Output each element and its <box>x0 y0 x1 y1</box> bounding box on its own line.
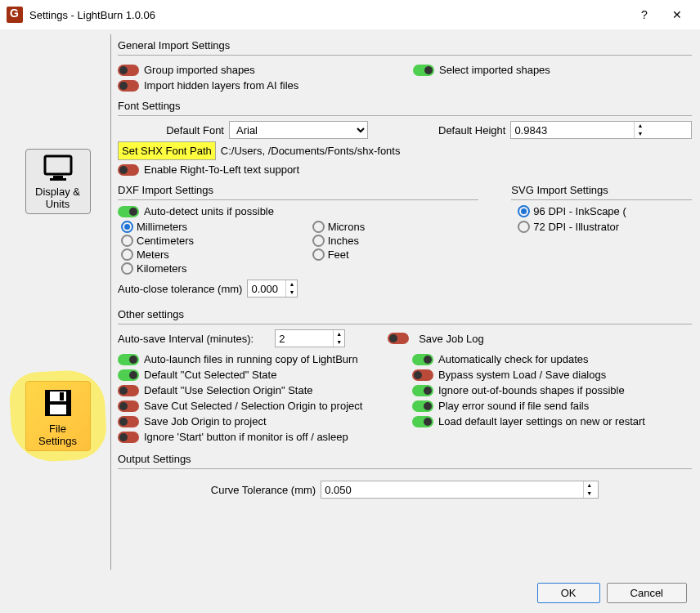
label: Save Job Log <box>419 333 484 345</box>
toggle-load-default-layer[interactable] <box>412 416 433 427</box>
radio-icon <box>518 205 530 217</box>
label: Auto-launch files in running copy of Lig… <box>144 353 358 365</box>
main-panel: General Import Settings Group imported s… <box>118 34 692 570</box>
radio-icon <box>312 248 325 261</box>
set-shx-path-button[interactable]: Set SHX Font Path <box>118 141 216 160</box>
radio-72dpi[interactable]: 72 DPI - Illustrator <box>518 221 692 233</box>
help-button[interactable]: ? <box>628 2 661 27</box>
label: Ignore out-of-bounds shapes if possible <box>438 384 625 396</box>
toggle-ignore-oob[interactable] <box>412 385 433 396</box>
sidebar-item-label: Display & Units <box>35 186 80 210</box>
label: Select imported shapes <box>439 64 550 76</box>
curve-tol-input[interactable] <box>321 481 583 498</box>
label: Bypass system Load / Save dialogs <box>438 369 606 381</box>
sidebar-item-label: File Settings <box>38 423 77 447</box>
radio-km[interactable]: Kilometers <box>121 262 288 275</box>
default-font-label: Default Font <box>118 124 224 136</box>
toggle-auto-launch[interactable] <box>118 354 139 365</box>
spinner[interactable]: ▲▼ <box>583 481 595 498</box>
spinner[interactable]: ▲▼ <box>333 330 344 347</box>
spinner[interactable]: ▲▼ <box>634 122 645 138</box>
monitor-icon <box>28 154 88 182</box>
sidebar-item-file-settings[interactable]: File Settings <box>25 381 91 451</box>
radio-96dpi[interactable]: 96 DPI - InkScape ( <box>518 205 692 217</box>
svg-rect-5 <box>60 392 64 400</box>
radio-icon <box>312 235 325 247</box>
toggle-save-cut-proj[interactable] <box>118 400 139 412</box>
curve-tol-label: Curve Tolerance (mm) <box>211 484 316 496</box>
toggle-import-hidden[interactable] <box>118 80 139 92</box>
radio-cm[interactable]: Centimeters <box>121 235 288 247</box>
autosave-input[interactable] <box>276 330 333 347</box>
svg-rect-2 <box>50 178 66 181</box>
shx-path-value: C:/Users, /Documents/Fonts/shx-fonts <box>221 145 401 157</box>
spinner[interactable]: ▲▼ <box>285 280 297 297</box>
close-button[interactable]: ✕ <box>661 2 693 27</box>
toggle-save-job-log[interactable] <box>388 333 409 344</box>
sidebar: Display & Units File Settings <box>5 34 111 570</box>
label: Import hidden layers from AI files <box>144 79 298 92</box>
toggle-cut-selected[interactable] <box>118 369 139 381</box>
radio-m[interactable]: Meters <box>121 248 288 261</box>
toggle-autodetect-units[interactable] <box>118 206 139 217</box>
svg-rect-1 <box>53 176 63 178</box>
toggle-bypass[interactable] <box>412 369 433 381</box>
section-general-import: General Import Settings <box>118 39 692 51</box>
label: Enable Right-To-Left text support <box>144 163 299 176</box>
autoclose-label: Auto-close tolerance (mm) <box>118 283 242 295</box>
radio-mm[interactable]: Millimeters <box>121 221 288 233</box>
radio-icon <box>312 221 325 233</box>
autoclose-input[interactable] <box>248 280 285 297</box>
section-svg: SVG Import Settings <box>511 184 692 196</box>
toggle-save-job-origin[interactable] <box>118 416 139 427</box>
label: Save Job Origin to project <box>144 415 267 427</box>
sidebar-item-display-units[interactable]: Display & Units <box>25 149 91 214</box>
label: Auto-detect units if possible <box>144 205 274 217</box>
radio-icon <box>121 248 133 261</box>
toggle-rtl[interactable] <box>118 164 139 176</box>
label: Default "Cut Selected" State <box>144 369 276 381</box>
label: Load default layer settings on new or re… <box>438 415 645 427</box>
radio-inches[interactable]: Inches <box>312 235 479 247</box>
radio-icon <box>518 221 530 233</box>
autosave-label: Auto-save Interval (minutes): <box>118 333 254 345</box>
label: Default "Use Selection Origin" State <box>144 384 313 396</box>
ok-button[interactable]: OK <box>537 583 600 603</box>
default-font-select[interactable]: Arial <box>229 121 368 139</box>
svg-rect-6 <box>50 405 66 414</box>
label: Ignore 'Start' button if monitor is off … <box>144 431 348 443</box>
label: Save Cut Selected / Selection Origin to … <box>144 400 362 412</box>
toggle-play-error[interactable] <box>412 400 433 412</box>
radio-microns[interactable]: Microns <box>312 221 479 233</box>
toggle-select-imported[interactable] <box>413 65 434 76</box>
toggle-group-imported[interactable] <box>118 65 139 76</box>
radio-icon <box>121 262 133 275</box>
default-height-label: Default Height <box>438 124 505 136</box>
radio-feet[interactable]: Feet <box>312 248 479 261</box>
toggle-use-sel-origin[interactable] <box>118 385 139 396</box>
svg-rect-0 <box>45 156 71 174</box>
window-title: Settings - LightBurn 1.0.06 <box>29 9 628 21</box>
section-font: Font Settings <box>118 100 692 112</box>
section-output: Output Settings <box>118 453 692 465</box>
cancel-button[interactable]: Cancel <box>607 583 687 603</box>
label: Automatically check for updates <box>438 353 589 365</box>
label: Group imported shapes <box>144 64 255 76</box>
default-height-input[interactable] <box>511 122 634 138</box>
toggle-check-updates[interactable] <box>412 354 433 365</box>
section-other: Other settings <box>118 308 692 320</box>
section-dxf: DXF Import Settings <box>118 184 478 196</box>
floppy-icon <box>28 387 88 419</box>
radio-icon <box>121 235 133 247</box>
toggle-ignore-start[interactable] <box>118 432 139 443</box>
label: Play error sound if file send fails <box>438 400 589 412</box>
radio-icon <box>121 221 133 233</box>
app-icon <box>7 7 23 23</box>
